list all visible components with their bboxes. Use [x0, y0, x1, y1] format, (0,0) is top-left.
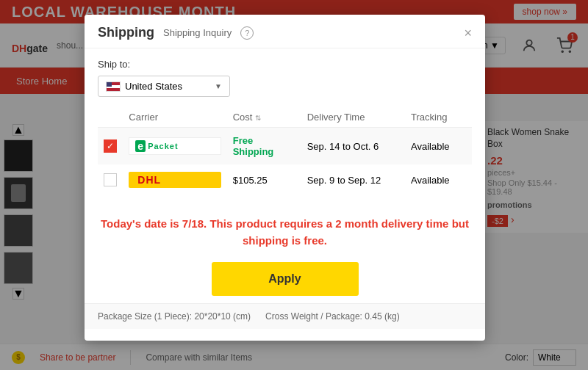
dhl-logo: DHL	[129, 172, 220, 188]
row1-checkbox[interactable]: ✓	[104, 139, 117, 153]
row2-checkbox[interactable]	[104, 173, 117, 186]
free-shipping-label: Free Shipping	[233, 135, 274, 157]
shipping-table: Carrier Cost ⇅ Delivery Time Tracking ✓	[98, 107, 472, 195]
country-selector[interactable]: United States ▼	[98, 76, 230, 97]
row2-delivery: Sep. 9 to Sep. 12	[301, 164, 405, 195]
row2-carrier: DHL	[123, 164, 226, 195]
row1-cost: Free Shipping	[227, 128, 301, 165]
package-size: Package Size (1 Piece): 20*20*10 (cm)	[98, 311, 251, 322]
row1-delivery: Sep. 14 to Oct. 6	[301, 128, 405, 165]
chevron-down-icon: ▼	[215, 82, 222, 90]
epacket-logo: e Packet	[129, 137, 220, 155]
row1-carrier: e Packet	[123, 128, 226, 165]
row2-cost: $105.25	[227, 164, 301, 195]
col-header-delivery: Delivery Time	[301, 107, 405, 128]
close-button[interactable]: ×	[464, 26, 472, 40]
sort-icon[interactable]: ⇅	[255, 114, 261, 122]
col-header-cost: Cost ⇅	[227, 107, 301, 128]
country-name: United States	[125, 81, 182, 92]
shipping-inquiry-link[interactable]: Shipping Inquiry	[163, 27, 232, 38]
notice-text: Today's date is 7/18. This product requi…	[85, 206, 485, 255]
col-header-carrier: Carrier	[123, 107, 226, 128]
table-row: ✓ e Packet Free Shipping Sep. 14 to Oct.…	[98, 128, 472, 165]
row1-tracking: Available	[405, 128, 472, 165]
modal-body: Ship to: United States ▼ Carrier Cost ⇅ …	[85, 48, 485, 206]
shipping-modal: Shipping Shipping Inquiry ? × Ship to: U…	[85, 15, 485, 341]
row2-tracking: Available	[405, 164, 472, 195]
epacket-e-letter: e	[135, 140, 146, 152]
help-icon[interactable]: ?	[240, 26, 254, 40]
table-row: DHL $105.25 Sep. 9 to Sep. 12 Available	[98, 164, 472, 195]
modal-header: Shipping Shipping Inquiry ? ×	[85, 15, 485, 48]
col-header-tracking: Tracking	[405, 107, 472, 128]
row1-checkbox-cell: ✓	[98, 128, 123, 165]
row2-checkbox-cell	[98, 164, 123, 195]
package-info: Package Size (1 Piece): 20*20*10 (cm) Cr…	[85, 303, 485, 329]
package-weight: Cross Weight / Package: 0.45 (kg)	[265, 311, 400, 322]
apply-button[interactable]: Apply	[212, 262, 359, 296]
col-header-select	[98, 107, 123, 128]
modal-title: Shipping	[98, 25, 154, 40]
ship-to-label: Ship to:	[98, 59, 472, 70]
us-flag-icon	[106, 81, 121, 92]
epacket-text: Packet	[148, 142, 178, 150]
